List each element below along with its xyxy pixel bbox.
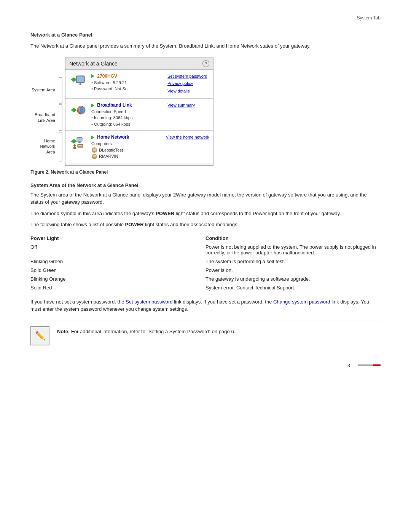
nag-title: Network at a Glance [69,61,118,67]
page-number: 3 [347,363,350,368]
home-network-detail-host1: DLeosticTest [91,147,162,153]
svg-rect-14 [78,85,82,85]
system-area-label-row: System Area [30,77,64,104]
section1-title: Network at a Glance Panel [30,32,381,38]
svg-marker-21 [71,139,77,144]
table-row: Solid RedSystem error. Contact Technical… [30,283,381,292]
home-network-area-label-row: Home Network Area [30,131,64,162]
broadband-row-links: View summary [164,102,209,109]
broadband-icon [69,102,88,120]
col-header-condition: Condition [206,234,381,243]
power-light-cell: Off [30,243,206,257]
table-row: OffPower is not being supplied to the sy… [30,243,381,257]
section2-para1: The System area of the Network at a Glan… [30,191,381,206]
power-bold-1: POWER [156,211,174,216]
section2-para4: If you have not set a system password, t… [30,298,381,313]
svg-rect-13 [80,83,81,85]
system-icon [69,73,88,91]
home-network-icon [69,134,88,152]
broadband-area-label: Broadband Link Area [30,112,55,123]
labels-column: System Area Broadband Link Area Home Net… [30,58,65,166]
broadband-detail-incoming: • Incoming: 8064 kbps [91,115,164,121]
svg-rect-29 [73,147,76,149]
help-icon[interactable]: ? [202,60,209,67]
power-table: Power Light Condition OffPower is not be… [30,234,381,292]
table-row: Solid GreenPower is on. [30,266,381,275]
condition-cell: Power is not being supplied to the syste… [206,243,381,257]
col-header-power-light: Power Light [30,234,206,243]
home-network-area-label: Home Network Area [30,138,55,155]
system-detail-software: • Software: 5.29.21 [91,80,164,86]
system-row-title: 2700HGV [91,73,164,80]
section2-para2: The diamond symbol in this area indicate… [30,210,381,217]
footer-bar-gray [358,364,373,366]
change-system-password-link[interactable]: Change system password [273,299,330,305]
svg-point-28 [73,144,76,147]
note-box: ✏️ Note: For additional information, ref… [30,321,381,351]
system-area-label: System Area [30,87,55,93]
view-details-link[interactable]: View details [167,88,209,95]
system-detail-password: • Password: Not Set [91,86,164,92]
section2-title: System Area of the Network at a Glance P… [30,182,381,188]
condition-cell: The system is performing a self test. [206,257,381,266]
svg-rect-31 [93,149,96,151]
condition-cell: Power is on. [206,266,381,275]
svg-rect-27 [78,145,82,146]
broadband-area-label-row: Broadband Link Area [30,104,64,131]
pencil-icon: ✏️ [30,326,49,345]
system-row-content: 2700HGV • Software: 5.29.21 • Password: … [91,73,164,92]
footer-bar [358,364,381,366]
svg-rect-25 [78,142,81,143]
home-network-detail-host2: RMARVIN [91,153,162,160]
broadband-detail-outgoing: • Outgoing: 864 kbps [91,121,164,128]
home-network-row-links: View the home network [162,134,209,141]
view-summary-link[interactable]: View summary [167,102,209,109]
nag-row-system: 2700HGV • Software: 5.29.21 • Password: … [65,70,213,99]
broadband-row-content: Broadband Link Connection Speed: • Incom… [91,102,164,128]
svg-rect-12 [77,77,84,82]
power-light-cell: Blinking Green [30,257,206,266]
privacy-policy-link[interactable]: Privacy policy [167,80,209,88]
condition-cell: System error. Contact Technical Support. [206,283,381,292]
page-header-text: System Tab [357,15,381,21]
figure-caption: Figure 2. Network at a Glance Panel [30,169,381,175]
power-light-cell: Solid Red [30,283,206,292]
footer-bar-red [373,364,381,366]
section1-intro: The Network at a Glance panel provides a… [30,42,381,50]
table-header-row: Power Light Condition [30,234,381,243]
nag-panel: Network at a Glance ? [65,58,213,166]
system-area-bracket [55,77,64,104]
section2-para3: The following table shows a list of poss… [30,221,381,228]
view-home-network-link[interactable]: View the home network [166,134,209,141]
note-text: Note: For additional information, refer … [57,326,235,335]
home-network-detail-computers: Computers: [91,141,162,147]
power-light-cell: Solid Green [30,266,206,275]
nag-row-broadband: Broadband Link Connection Speed: • Incom… [65,99,213,131]
nag-header: Network at a Glance ? [65,58,213,70]
svg-rect-23 [77,138,82,141]
svg-rect-33 [93,155,96,157]
nag-row-home-network: Home Network Computers: DLeosticTest RMA… [65,131,213,163]
svg-rect-24 [79,141,80,142]
home-network-row-content: Home Network Computers: DLeosticTest RMA… [91,134,162,160]
table-row: Blinking GreenThe system is performing a… [30,257,381,266]
page-header: System Tab [30,15,381,21]
set-system-password-link[interactable]: Set system password [167,73,209,80]
diagram-wrapper: System Area Broadband Link Area Home Net… [30,58,381,166]
power-bold-2: POWER [125,222,144,227]
power-light-cell: Blinking Orange [30,275,206,283]
broadband-detail-speed: Connection Speed: [91,109,164,115]
condition-cell: The gateway is undergoing a software upg… [206,275,381,283]
svg-marker-15 [71,108,77,112]
broadband-area-bracket [55,104,64,131]
note-label: Note: [57,329,70,334]
home-network-row-title: Home Network [91,134,162,141]
page-footer: 3 [30,363,381,368]
table-row: Blinking OrangeThe gateway is undergoing… [30,275,381,283]
home-network-area-bracket [55,131,64,162]
broadband-row-title: Broadband Link [91,102,164,109]
note-content: For additional information, refer to “Se… [71,329,235,334]
set-system-password-inline-link[interactable]: Set system password [126,299,173,305]
system-row-links: Set system password Privacy policy View … [164,73,209,95]
